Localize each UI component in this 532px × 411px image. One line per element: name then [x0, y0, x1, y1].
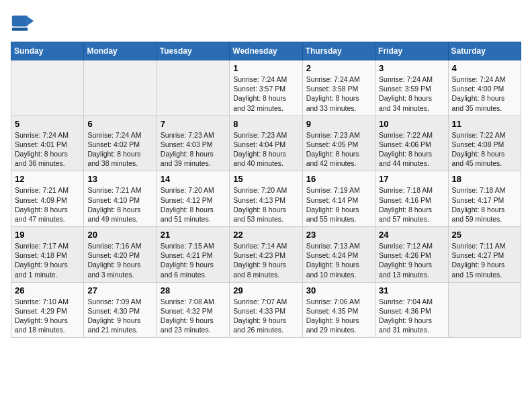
calendar-week-row: 26Sunrise: 7:10 AM Sunset: 4:29 PM Dayli…	[11, 282, 521, 338]
day-number: 13	[87, 174, 152, 184]
day-info: Sunrise: 7:07 AM Sunset: 4:33 PM Dayligh…	[233, 297, 298, 335]
day-number: 12	[15, 174, 80, 184]
weekday-header: Thursday	[302, 42, 375, 60]
calendar-cell: 8Sunrise: 7:23 AM Sunset: 4:04 PM Daylig…	[230, 116, 302, 171]
day-number: 25	[452, 230, 517, 240]
calendar-cell: 3Sunrise: 7:24 AM Sunset: 3:59 PM Daylig…	[375, 60, 448, 116]
calendar-cell: 12Sunrise: 7:21 AM Sunset: 4:09 PM Dayli…	[11, 171, 84, 227]
day-number: 31	[379, 285, 444, 295]
calendar-cell: 26Sunrise: 7:10 AM Sunset: 4:29 PM Dayli…	[11, 282, 84, 338]
day-info: Sunrise: 7:18 AM Sunset: 4:16 PM Dayligh…	[379, 185, 444, 224]
svg-rect-2	[12, 28, 28, 31]
day-info: Sunrise: 7:20 AM Sunset: 4:12 PM Dayligh…	[161, 185, 226, 224]
day-number: 22	[233, 230, 298, 240]
day-number: 18	[452, 174, 517, 184]
day-number: 14	[161, 174, 226, 184]
weekday-header: Tuesday	[157, 42, 229, 60]
day-info: Sunrise: 7:23 AM Sunset: 4:04 PM Dayligh…	[233, 130, 298, 169]
day-number: 29	[233, 285, 298, 295]
day-info: Sunrise: 7:04 AM Sunset: 4:36 PM Dayligh…	[379, 297, 444, 335]
calendar-cell: 2Sunrise: 7:24 AM Sunset: 3:58 PM Daylig…	[302, 60, 375, 116]
day-info: Sunrise: 7:24 AM Sunset: 3:57 PM Dayligh…	[233, 75, 298, 113]
day-info: Sunrise: 7:23 AM Sunset: 4:03 PM Dayligh…	[161, 130, 226, 169]
calendar-week-row: 5Sunrise: 7:24 AM Sunset: 4:01 PM Daylig…	[11, 116, 521, 171]
calendar-cell	[11, 60, 84, 116]
calendar-cell: 1Sunrise: 7:24 AM Sunset: 3:57 PM Daylig…	[230, 60, 302, 116]
calendar-cell: 13Sunrise: 7:21 AM Sunset: 4:10 PM Dayli…	[84, 171, 157, 227]
day-info: Sunrise: 7:10 AM Sunset: 4:29 PM Dayligh…	[15, 297, 80, 335]
day-info: Sunrise: 7:08 AM Sunset: 4:32 PM Dayligh…	[161, 297, 226, 335]
calendar-cell	[157, 60, 229, 116]
day-info: Sunrise: 7:24 AM Sunset: 4:00 PM Dayligh…	[452, 75, 517, 113]
calendar-cell: 18Sunrise: 7:18 AM Sunset: 4:17 PM Dayli…	[448, 171, 521, 227]
day-number: 23	[306, 230, 371, 240]
day-number: 30	[306, 285, 371, 295]
day-info: Sunrise: 7:09 AM Sunset: 4:30 PM Dayligh…	[87, 297, 152, 335]
day-number: 24	[379, 230, 444, 240]
calendar-table: SundayMondayTuesdayWednesdayThursdayFrid…	[11, 42, 521, 338]
day-number: 21	[161, 230, 226, 240]
calendar-cell: 9Sunrise: 7:23 AM Sunset: 4:05 PM Daylig…	[302, 116, 375, 171]
calendar-cell	[84, 60, 157, 116]
page-header	[11, 11, 521, 35]
day-number: 8	[233, 119, 298, 129]
calendar-cell: 27Sunrise: 7:09 AM Sunset: 4:30 PM Dayli…	[84, 282, 157, 338]
day-number: 10	[379, 119, 444, 129]
day-number: 5	[15, 119, 80, 129]
calendar-cell: 22Sunrise: 7:14 AM Sunset: 4:23 PM Dayli…	[230, 227, 302, 283]
weekday-header: Sunday	[11, 42, 84, 60]
calendar-cell: 24Sunrise: 7:12 AM Sunset: 4:26 PM Dayli…	[375, 227, 448, 283]
calendar-week-row: 1Sunrise: 7:24 AM Sunset: 3:57 PM Daylig…	[11, 60, 521, 116]
day-number: 17	[379, 174, 444, 184]
day-info: Sunrise: 7:12 AM Sunset: 4:26 PM Dayligh…	[379, 241, 444, 279]
day-number: 15	[233, 174, 298, 184]
day-number: 4	[452, 63, 517, 73]
day-number: 1	[233, 63, 298, 73]
day-number: 20	[87, 230, 152, 240]
svg-rect-0	[12, 15, 28, 26]
calendar-cell: 7Sunrise: 7:23 AM Sunset: 4:03 PM Daylig…	[157, 116, 229, 171]
calendar-cell: 5Sunrise: 7:24 AM Sunset: 4:01 PM Daylig…	[11, 116, 84, 171]
calendar-cell: 6Sunrise: 7:24 AM Sunset: 4:02 PM Daylig…	[84, 116, 157, 171]
day-info: Sunrise: 7:17 AM Sunset: 4:18 PM Dayligh…	[15, 241, 80, 279]
calendar-cell: 17Sunrise: 7:18 AM Sunset: 4:16 PM Dayli…	[375, 171, 448, 227]
calendar-header-row: SundayMondayTuesdayWednesdayThursdayFrid…	[11, 42, 521, 60]
day-info: Sunrise: 7:22 AM Sunset: 4:06 PM Dayligh…	[379, 130, 444, 169]
day-info: Sunrise: 7:24 AM Sunset: 4:02 PM Dayligh…	[87, 130, 152, 169]
calendar-week-row: 19Sunrise: 7:17 AM Sunset: 4:18 PM Dayli…	[11, 227, 521, 283]
day-info: Sunrise: 7:20 AM Sunset: 4:13 PM Dayligh…	[233, 185, 298, 224]
day-number: 19	[15, 230, 80, 240]
day-info: Sunrise: 7:06 AM Sunset: 4:35 PM Dayligh…	[306, 297, 371, 335]
day-info: Sunrise: 7:21 AM Sunset: 4:10 PM Dayligh…	[87, 185, 152, 224]
day-info: Sunrise: 7:13 AM Sunset: 4:24 PM Dayligh…	[306, 241, 371, 279]
day-info: Sunrise: 7:18 AM Sunset: 4:17 PM Dayligh…	[452, 185, 517, 224]
day-info: Sunrise: 7:23 AM Sunset: 4:05 PM Dayligh…	[306, 130, 371, 169]
day-number: 28	[161, 285, 226, 295]
weekday-header: Monday	[84, 42, 157, 60]
day-number: 16	[306, 174, 371, 184]
calendar-cell: 20Sunrise: 7:16 AM Sunset: 4:20 PM Dayli…	[84, 227, 157, 283]
calendar-cell: 29Sunrise: 7:07 AM Sunset: 4:33 PM Dayli…	[230, 282, 302, 338]
day-info: Sunrise: 7:11 AM Sunset: 4:27 PM Dayligh…	[452, 241, 517, 279]
day-info: Sunrise: 7:16 AM Sunset: 4:20 PM Dayligh…	[87, 241, 152, 279]
day-number: 26	[15, 285, 80, 295]
day-info: Sunrise: 7:19 AM Sunset: 4:14 PM Dayligh…	[306, 185, 371, 224]
day-info: Sunrise: 7:21 AM Sunset: 4:09 PM Dayligh…	[15, 185, 80, 224]
calendar-cell: 16Sunrise: 7:19 AM Sunset: 4:14 PM Dayli…	[302, 171, 375, 227]
calendar-cell: 10Sunrise: 7:22 AM Sunset: 4:06 PM Dayli…	[375, 116, 448, 171]
day-info: Sunrise: 7:24 AM Sunset: 3:59 PM Dayligh…	[379, 75, 444, 113]
calendar-cell: 28Sunrise: 7:08 AM Sunset: 4:32 PM Dayli…	[157, 282, 229, 338]
day-number: 6	[87, 119, 152, 129]
day-info: Sunrise: 7:22 AM Sunset: 4:08 PM Dayligh…	[452, 130, 517, 169]
calendar-cell	[448, 282, 521, 338]
calendar-cell: 14Sunrise: 7:20 AM Sunset: 4:12 PM Dayli…	[157, 171, 229, 227]
day-number: 27	[87, 285, 152, 295]
calendar-cell: 11Sunrise: 7:22 AM Sunset: 4:08 PM Dayli…	[448, 116, 521, 171]
logo	[11, 11, 39, 35]
day-info: Sunrise: 7:15 AM Sunset: 4:21 PM Dayligh…	[161, 241, 226, 279]
day-info: Sunrise: 7:24 AM Sunset: 3:58 PM Dayligh…	[306, 75, 371, 113]
day-info: Sunrise: 7:24 AM Sunset: 4:01 PM Dayligh…	[15, 130, 80, 169]
calendar-cell: 25Sunrise: 7:11 AM Sunset: 4:27 PM Dayli…	[448, 227, 521, 283]
day-info: Sunrise: 7:14 AM Sunset: 4:23 PM Dayligh…	[233, 241, 298, 279]
calendar-cell: 30Sunrise: 7:06 AM Sunset: 4:35 PM Dayli…	[302, 282, 375, 338]
